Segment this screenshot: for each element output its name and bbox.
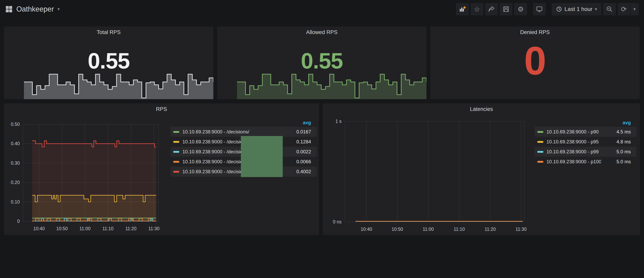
stat-value: 0.55	[217, 48, 426, 73]
save-button[interactable]	[500, 3, 512, 15]
panel-denied-rps: Denied RPS 0	[430, 26, 640, 99]
time-range-label: Last 1 hour	[564, 6, 592, 12]
series-avg-value: 4.5 ms	[601, 129, 631, 135]
series-avg-value: 0.4002	[281, 169, 311, 174]
add-panel-icon	[459, 5, 466, 13]
legend-row[interactable]: 10.10.69.238:9000 - p995.0 ms	[534, 147, 636, 157]
legend-row[interactable]: 10.10.69.238:9000 - p1005.0 ms	[534, 157, 636, 167]
series-color-swatch	[537, 151, 543, 153]
share-icon	[488, 5, 495, 13]
series-color-swatch	[173, 161, 179, 163]
dashboard-grid-icon	[5, 5, 13, 13]
series-color-swatch	[537, 161, 543, 163]
legend-row[interactable]: 10.10.69.238:9000 - p904.5 ms	[534, 127, 636, 137]
y-axis-tick-label: 0.10	[11, 199, 20, 205]
y-axis-tick-label: 0.50	[11, 122, 20, 127]
legend-row[interactable]: 10.10.69.238:9000 - /decisions/0.0167	[170, 127, 316, 137]
grafana-dashboard: Oathkeeper ▾ ☆	[0, 0, 644, 278]
navbar: Oathkeeper ▾ ☆	[0, 0, 644, 18]
series-area-yellow	[32, 195, 156, 221]
green-overlay-artifact	[241, 136, 283, 177]
panel-title[interactable]: Denied RPS	[430, 29, 640, 35]
star-icon: ☆	[474, 6, 480, 12]
zoom-out-icon	[606, 5, 613, 13]
stat-value: 0	[430, 38, 640, 84]
panel-title[interactable]: RPS	[4, 106, 319, 112]
series-avg-value: 5.0 ms	[601, 159, 631, 165]
gear-icon: ⚙	[518, 6, 524, 12]
x-axis-tick-label: 11:20	[126, 226, 136, 231]
x-axis-tick-label: 10:50	[56, 226, 68, 231]
y-axis-tick-label: 0 ns	[333, 219, 342, 225]
dashboard-title: Oathkeeper	[16, 5, 54, 13]
time-range-picker[interactable]: Last 1 hour ▾	[552, 3, 601, 15]
x-axis-tick-label: 11:20	[484, 227, 496, 232]
x-axis-tick-label: 10:50	[392, 227, 403, 232]
latencies-legend: avg10.10.69.238:9000 - p904.5 ms10.10.69…	[534, 118, 636, 167]
x-axis-tick-label: 11:10	[102, 226, 114, 231]
x-axis-tick-label: 11:00	[423, 227, 434, 232]
clock-icon	[556, 6, 562, 12]
series-avg-value: 4.8 ms	[601, 139, 631, 145]
series-name[interactable]: 10.10.69.238:9000 - p95	[546, 139, 601, 145]
refresh-icon: ⟳	[621, 6, 627, 12]
series-avg-value: 0.0066	[281, 159, 311, 165]
add-panel-button[interactable]	[456, 3, 469, 15]
x-axis-tick-label: 11:30	[516, 227, 527, 232]
chevron-down-icon: ▾	[634, 7, 636, 11]
series-color-swatch	[537, 141, 543, 143]
x-axis-tick-label: 11:10	[454, 227, 465, 232]
dashboard-title-picker[interactable]: Oathkeeper ▾	[5, 5, 60, 13]
sparkline-area	[237, 74, 426, 99]
series-name[interactable]: 10.10.69.238:9000 - p90	[546, 129, 601, 135]
series-name[interactable]: 10.10.69.238:9000 - /decisions/	[182, 129, 281, 135]
legend-row[interactable]: 10.10.69.238:9000 - p954.8 ms	[534, 137, 636, 147]
panel-title[interactable]: Total RPS	[4, 29, 213, 35]
refresh-button[interactable]: ⟳	[618, 3, 630, 15]
series-color-swatch	[537, 131, 543, 133]
grid-lines: 0 ns1 s10:4010:5011:0011:1011:2011:30	[333, 119, 527, 232]
y-axis-tick-label: 0.30	[11, 161, 20, 166]
cycle-view-button[interactable]	[533, 3, 546, 15]
total-rps-sparkline	[24, 71, 213, 99]
allowed-rps-sparkline	[237, 71, 426, 99]
series-name[interactable]: 10.10.69.238:9000 - p100	[546, 159, 601, 165]
x-axis-tick-label: 10:40	[361, 227, 372, 232]
legend-avg-header[interactable]: avg	[534, 118, 636, 127]
panel-allowed-rps: Allowed RPS 0.55	[217, 26, 426, 99]
series-area-green	[32, 218, 156, 221]
series-avg-value: 5.0 ms	[601, 149, 631, 155]
y-axis-tick-label: 0.20	[11, 180, 20, 185]
series-avg-value: 0.0167	[281, 129, 311, 135]
y-axis-tick-label: 0	[17, 219, 20, 224]
series-avg-value: 0.0022	[281, 149, 311, 155]
panel-title[interactable]: Latencies	[323, 106, 640, 112]
toolbar: ☆ ⚙	[454, 3, 639, 15]
series-color-swatch	[173, 131, 179, 133]
chevron-down-icon: ▾	[595, 7, 597, 11]
settings-button[interactable]: ⚙	[514, 3, 527, 15]
monitor-icon	[536, 5, 543, 13]
chevron-down-icon: ▾	[58, 7, 60, 11]
y-axis-tick-label: 1 s	[335, 119, 342, 124]
series-color-swatch	[173, 141, 179, 143]
y-axis-tick-label: 0.40	[11, 141, 20, 146]
series-color-swatch	[173, 171, 179, 173]
x-axis-tick-label: 11:00	[79, 226, 90, 231]
favorite-button[interactable]: ☆	[470, 3, 483, 15]
legend-avg-header[interactable]: avg	[170, 118, 316, 127]
x-axis-tick-label: 11:30	[148, 226, 160, 231]
series-name[interactable]: 10.10.69.238:9000 - p99	[546, 149, 601, 155]
series-avg-value: 0.1284	[281, 139, 311, 145]
x-axis-tick-label: 10:40	[33, 226, 45, 231]
stat-value: 0.55	[4, 48, 213, 73]
panel-total-rps: Total RPS 0.55	[4, 26, 213, 99]
refresh-button-group: ⟳ ▾	[618, 3, 639, 15]
save-icon	[502, 5, 510, 13]
panel-title[interactable]: Allowed RPS	[217, 29, 426, 35]
refresh-interval-dropdown[interactable]: ▾	[630, 3, 639, 15]
sparkline-area	[24, 74, 213, 99]
panel-latencies-graph: Latencies 0 ns1 s10:4010:5011:0011:1011:…	[323, 103, 640, 235]
zoom-out-button[interactable]	[603, 3, 616, 15]
share-button[interactable]	[485, 3, 498, 15]
